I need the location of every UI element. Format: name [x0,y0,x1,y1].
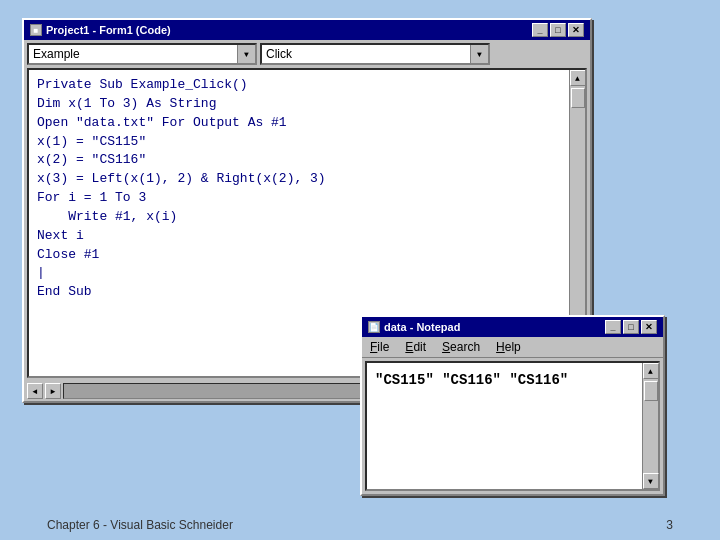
example-dropdown-label: Example [29,43,237,65]
notepad-minimize-btn[interactable]: _ [605,320,621,334]
help-label-rest: elp [505,340,521,354]
ide-close-btn[interactable]: ✕ [568,23,584,37]
title-left: ■ Project1 - Form1 (Code) [30,24,171,36]
edit-label-rest: dit [413,340,426,354]
menu-edit[interactable]: Edit [401,339,430,355]
notepad-win-controls: _ □ ✕ [605,320,657,334]
ide-title-text: Project1 - Form1 (Code) [46,24,171,36]
ide-scroll-thumb[interactable] [571,88,585,108]
ide-minimize-btn[interactable]: _ [532,23,548,37]
ide-maximize-btn[interactable]: □ [550,23,566,37]
page-footer: Chapter 6 - Visual Basic Schneider 3 [0,518,720,532]
notepad-title-bar: 📄 data - Notepad _ □ ✕ [362,317,663,337]
click-dropdown-arrow[interactable]: ▼ [470,45,488,63]
click-dropdown-label: Click [262,43,470,65]
notepad-title-left: 📄 data - Notepad [368,321,460,333]
footer-text: Chapter 6 - Visual Basic Schneider [47,518,233,532]
notepad-title-icon: 📄 [368,321,380,333]
ide-title-icon: ■ [30,24,42,36]
notepad-scroll-down[interactable]: ▼ [643,473,659,489]
example-dropdown-arrow[interactable]: ▼ [237,45,255,63]
notepad-menu: File Edit Search Help [362,337,663,358]
notepad-title-text: data - Notepad [384,321,460,333]
ide-title-bar: ■ Project1 - Form1 (Code) _ □ ✕ [24,20,590,40]
menu-file[interactable]: File [366,339,393,355]
notepad-content-area[interactable]: "CS115" "CS116" "CS116" ▲ ▼ [365,361,660,491]
notepad-text: "CS115" "CS116" "CS116" [367,363,642,489]
menu-search[interactable]: Search [438,339,484,355]
notepad-window: 📄 data - Notepad _ □ ✕ File Edit Search … [360,315,665,496]
code-content: Private Sub Example_Click() Dim x(1 To 3… [29,70,585,308]
notepad-vscrollbar[interactable]: ▲ ▼ [642,363,658,489]
notepad-close-btn[interactable]: ✕ [641,320,657,334]
ide-win-controls: _ □ ✕ [532,23,584,37]
notepad-scroll-thumb[interactable] [644,381,658,401]
ide-scroll-right[interactable]: ► [45,383,61,399]
click-dropdown[interactable]: Click ▼ [260,43,490,65]
ide-scroll-up[interactable]: ▲ [570,70,586,86]
search-label-rest: earch [450,340,480,354]
menu-help[interactable]: Help [492,339,525,355]
footer-page: 3 [666,518,673,532]
ide-scroll-left[interactable]: ◄ [27,383,43,399]
notepad-scroll-up[interactable]: ▲ [643,363,659,379]
example-dropdown[interactable]: Example ▼ [27,43,257,65]
notepad-maximize-btn[interactable]: □ [623,320,639,334]
ide-toolbar: Example ▼ Click ▼ [24,40,590,68]
